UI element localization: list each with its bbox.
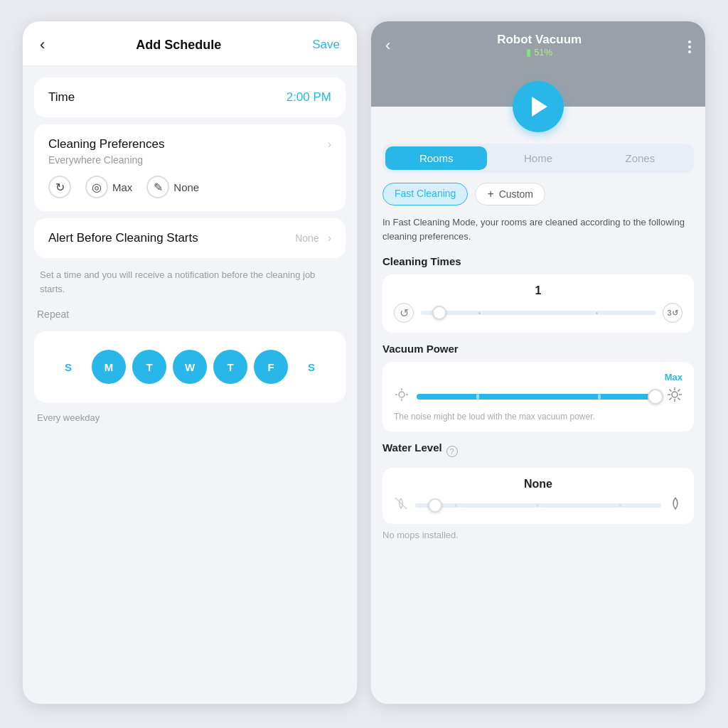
noise-warning: The noise might be loud with the max vac… bbox=[394, 412, 682, 422]
chevron-right-icon: › bbox=[328, 138, 331, 151]
cleaning-times-slider-row: ↺ 3↺ bbox=[394, 303, 682, 323]
day-monday[interactable]: M bbox=[92, 350, 126, 384]
battery-percent: 51% bbox=[534, 47, 552, 58]
track-dots bbox=[421, 312, 655, 314]
vacuum-max-icon bbox=[667, 387, 682, 406]
back-button[interactable]: ‹ bbox=[40, 36, 45, 54]
time-card[interactable]: Time 2:00 PM bbox=[34, 77, 346, 117]
menu-dot-3 bbox=[688, 50, 691, 53]
repeat-icon: ↻ bbox=[48, 176, 71, 198]
vacuum-power-card: Max bbox=[382, 362, 694, 432]
svg-line-14 bbox=[395, 498, 407, 509]
tab-bar: Rooms Home Zones bbox=[382, 144, 694, 173]
pref-max-btn[interactable]: ◎ Max bbox=[85, 176, 132, 198]
right-title-block: Robot Vacuum ▮ 51% bbox=[390, 33, 688, 58]
no-mops-label: No mops installed. bbox=[382, 530, 694, 540]
tab-rooms[interactable]: Rooms bbox=[385, 146, 487, 170]
day-friday[interactable]: F bbox=[254, 350, 288, 384]
cleaning-pref-label: Cleaning Preferences bbox=[48, 137, 164, 151]
battery-icon: ▮ bbox=[526, 47, 531, 58]
water-slider-track[interactable] bbox=[415, 503, 661, 508]
alert-label: Alert Before Cleaning Starts bbox=[48, 231, 198, 245]
day-tuesday[interactable]: T bbox=[132, 350, 166, 384]
none-label: None bbox=[173, 181, 199, 193]
pref-repeat-icon[interactable]: ↻ bbox=[48, 176, 71, 198]
day-thursday[interactable]: T bbox=[213, 350, 247, 384]
svg-line-13 bbox=[670, 398, 672, 400]
day-wednesday[interactable]: W bbox=[173, 350, 207, 384]
max-label: Max bbox=[112, 181, 132, 193]
vacuum-power-thumb[interactable] bbox=[648, 389, 663, 405]
play-icon bbox=[532, 97, 547, 117]
pref-icons-row: ↻ ◎ Max ✎ None bbox=[48, 176, 331, 198]
water-max-icon bbox=[668, 496, 682, 514]
vacuum-power-track[interactable] bbox=[417, 394, 660, 400]
cleaning-times-track[interactable] bbox=[421, 311, 655, 315]
water-help-icon[interactable]: ? bbox=[446, 446, 458, 457]
water-slider-card: None bbox=[382, 468, 694, 524]
battery-status: ▮ 51% bbox=[390, 47, 688, 58]
robot-vacuum-screen: ‹ Robot Vacuum ▮ 51% bbox=[371, 21, 705, 704]
custom-plus-icon: + bbox=[487, 188, 493, 200]
repeat-three-icon: 3↺ bbox=[663, 303, 682, 323]
alert-card[interactable]: Alert Before Cleaning Starts None › bbox=[34, 218, 346, 258]
right-header-bg: ‹ Robot Vacuum ▮ 51% bbox=[371, 21, 705, 107]
mode-chips: Fast Cleaning + Custom bbox=[382, 183, 694, 205]
chevron-right-icon-2: › bbox=[328, 232, 331, 245]
svg-line-10 bbox=[670, 390, 672, 392]
menu-dot-2 bbox=[688, 46, 691, 48]
water-level-value: None bbox=[394, 478, 682, 491]
page-title: Add Schedule bbox=[136, 38, 221, 53]
svg-point-5 bbox=[672, 392, 678, 397]
water-level-label: Water Level bbox=[382, 441, 442, 454]
cleaning-times-label: Cleaning Times bbox=[382, 255, 694, 267]
days-row: S M T W T F S bbox=[48, 344, 331, 390]
blue-track-dots bbox=[417, 394, 660, 400]
custom-chip[interactable]: + Custom bbox=[475, 183, 545, 205]
repeat-label: Repeat bbox=[34, 306, 346, 324]
cleaning-times-card: 1 ↺ 3↺ bbox=[382, 274, 694, 333]
day-saturday[interactable]: S bbox=[294, 350, 328, 384]
water-slider-row bbox=[394, 496, 682, 514]
svg-point-0 bbox=[399, 392, 405, 397]
tab-zones[interactable]: Zones bbox=[589, 146, 691, 170]
vacuum-power-slider-row bbox=[394, 387, 682, 406]
cleaning-pref-card[interactable]: Cleaning Preferences › Everywhere Cleani… bbox=[34, 124, 346, 211]
menu-dot-1 bbox=[688, 41, 691, 43]
custom-label: Custom bbox=[499, 188, 533, 200]
left-header: ‹ Add Schedule Save bbox=[23, 21, 357, 66]
repeat-once-icon: ↺ bbox=[394, 303, 414, 323]
right-header-top: ‹ Robot Vacuum ▮ 51% bbox=[385, 33, 691, 58]
add-schedule-screen: ‹ Add Schedule Save Time 2:00 PM Cleanin… bbox=[23, 21, 357, 704]
cleaning-times-value: 1 bbox=[394, 284, 682, 297]
day-sunday[interactable]: S bbox=[51, 350, 85, 384]
water-none-icon bbox=[394, 496, 408, 514]
menu-button[interactable] bbox=[688, 38, 691, 53]
cleaning-pref-subtitle: Everywhere Cleaning bbox=[48, 154, 331, 166]
device-name: Robot Vacuum bbox=[390, 33, 688, 47]
right-back-button[interactable]: ‹ bbox=[385, 36, 390, 55]
time-label: Time bbox=[48, 90, 75, 105]
time-value: 2:00 PM bbox=[287, 90, 331, 105]
water-dots bbox=[415, 504, 661, 507]
pref-none-btn[interactable]: ✎ None bbox=[146, 176, 199, 198]
play-button[interactable] bbox=[513, 81, 564, 132]
days-card: S M T W T F S bbox=[34, 331, 346, 402]
alert-value: None bbox=[295, 232, 318, 244]
repeat-desc: Every weekday bbox=[34, 410, 346, 426]
water-title-row: Water Level ? bbox=[382, 441, 694, 461]
vacuum-low-icon bbox=[394, 387, 410, 406]
tab-home[interactable]: Home bbox=[487, 146, 589, 170]
none-icon: ✎ bbox=[146, 176, 169, 198]
vacuum-power-label: Vacuum Power bbox=[382, 343, 694, 355]
max-icon: ◎ bbox=[85, 176, 108, 198]
play-button-wrapper bbox=[513, 81, 564, 132]
vacuum-power-level: Max bbox=[394, 372, 682, 382]
fast-cleaning-chip[interactable]: Fast Cleaning bbox=[382, 183, 468, 205]
save-button[interactable]: Save bbox=[312, 38, 340, 52]
svg-line-12 bbox=[678, 390, 680, 392]
water-level-section: Water Level ? None bbox=[382, 441, 694, 540]
mode-desc: In Fast Cleaning Mode, your rooms are cl… bbox=[382, 215, 694, 244]
left-content: Time 2:00 PM Cleaning Preferences › Ever… bbox=[23, 66, 357, 437]
svg-line-11 bbox=[678, 398, 680, 400]
